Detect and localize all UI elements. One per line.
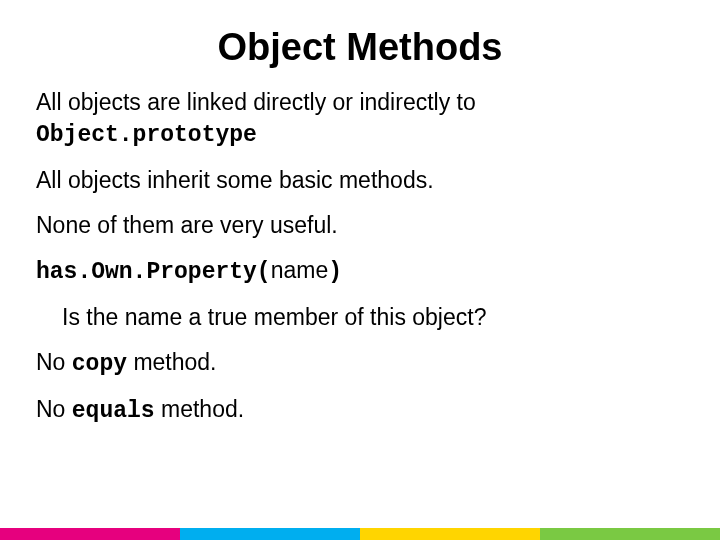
code-hasownproperty: has.Own.Property( <box>36 259 271 285</box>
text-no-copy-a: No <box>36 349 72 375</box>
paragraph-linked: All objects are linked directly or indir… <box>36 87 684 151</box>
text-linked-intro: All objects are linked directly or indir… <box>36 89 476 115</box>
paragraph-no-equals: No equals method. <box>36 394 684 427</box>
paragraph-true-member: Is the name a true member of this object… <box>36 302 684 333</box>
text-no-copy-b: method. <box>127 349 217 375</box>
paragraph-hasownproperty: has.Own.Property(name) <box>36 255 684 288</box>
accent-bar <box>0 528 720 540</box>
code-equals: equals <box>72 398 155 424</box>
slide-title: Object Methods <box>0 0 720 87</box>
paragraph-not-useful: None of them are very useful. <box>36 210 684 241</box>
text-no-equals-a: No <box>36 396 72 422</box>
text-no-equals-b: method. <box>155 396 245 422</box>
slide: Object Methods All objects are linked di… <box>0 0 720 540</box>
paragraph-no-copy: No copy method. <box>36 347 684 380</box>
code-object-prototype: Object.prototype <box>36 122 257 148</box>
paragraph-inherit: All objects inherit some basic methods. <box>36 165 684 196</box>
accent-bar-pink <box>0 528 180 540</box>
accent-bar-cyan <box>180 528 360 540</box>
accent-bar-green <box>540 528 720 540</box>
text-name-arg: name <box>271 257 329 283</box>
code-close-paren: ) <box>328 259 342 285</box>
slide-body: All objects are linked directly or indir… <box>0 87 720 427</box>
accent-bar-yellow <box>360 528 540 540</box>
code-copy: copy <box>72 351 127 377</box>
